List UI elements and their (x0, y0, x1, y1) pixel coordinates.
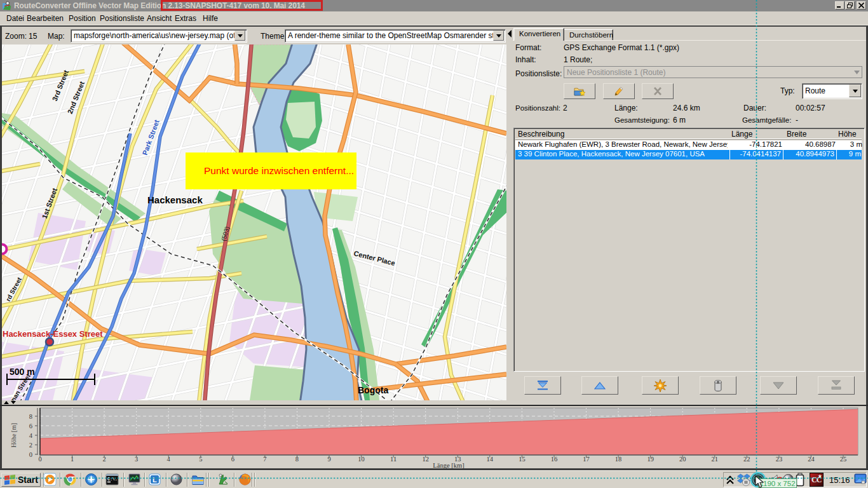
svg-text:23: 23 (776, 456, 783, 463)
svg-text:7: 7 (263, 456, 266, 463)
svg-text:L: L (153, 476, 157, 484)
svg-text:6: 6 (231, 456, 234, 463)
svg-text:4: 4 (29, 432, 33, 439)
svg-text:5: 5 (199, 456, 202, 463)
svg-text:4: 4 (167, 456, 171, 463)
svg-text:19: 19 (647, 456, 654, 463)
svg-text:2: 2 (29, 442, 32, 449)
svg-text:20: 20 (679, 456, 686, 463)
svg-text:15: 15 (519, 456, 526, 463)
svg-text:22: 22 (743, 456, 750, 463)
svg-text:0: 0 (38, 456, 41, 463)
svg-text:18: 18 (615, 456, 622, 463)
svg-text:Länge [km]: Länge [km] (433, 462, 464, 469)
svg-text:16: 16 (551, 456, 558, 463)
svg-text:14: 14 (487, 456, 494, 463)
svg-text:Punkt wurde inzwischen entfern: Punkt wurde inzwischen entfernt... (204, 165, 354, 176)
svg-text:2: 2 (102, 456, 105, 463)
svg-text:Höhe [m]: Höhe [m] (10, 423, 17, 448)
svg-text:Bogota: Bogota (358, 385, 388, 395)
svg-text:12: 12 (422, 456, 429, 463)
svg-text:10: 10 (358, 456, 365, 463)
svg-text:3: 3 (135, 456, 138, 463)
svg-text:8: 8 (29, 413, 32, 420)
svg-text:Hackensack: Hackensack (147, 194, 203, 205)
svg-text:Hackensack-Essex Street: Hackensack-Essex Street (3, 329, 103, 339)
svg-text:8: 8 (295, 456, 299, 463)
svg-text:9: 9 (327, 456, 330, 463)
svg-text:25: 25 (840, 456, 847, 463)
svg-text:21: 21 (712, 456, 719, 463)
svg-text:11: 11 (390, 456, 397, 463)
svg-text:6: 6 (29, 423, 32, 430)
svg-text:1: 1 (71, 456, 74, 463)
svg-text:0: 0 (29, 451, 32, 458)
svg-text:C:\.: C:\. (107, 477, 118, 482)
svg-text:17: 17 (583, 456, 590, 463)
svg-text:500 m: 500 m (10, 367, 35, 377)
svg-text:24: 24 (808, 456, 815, 463)
